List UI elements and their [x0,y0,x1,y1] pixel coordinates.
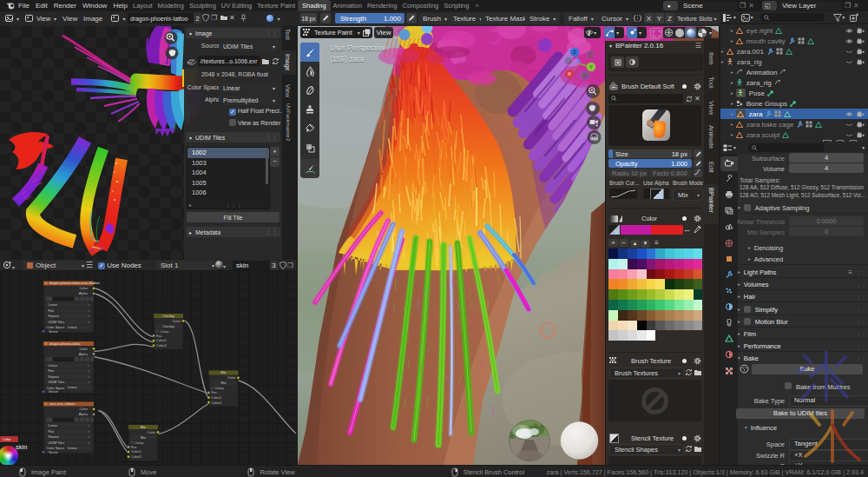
svg-text:Mix: Mix [221,371,227,374]
svg-text:Z: Z [573,50,576,55]
svg-text:dragon-phoenix-tattoo: dragon-phoenix-tattoo [49,342,80,346]
svg-text:Y: Y [589,64,593,70]
svg-text:Overlay: Overlay [162,315,174,318]
svg-text:Mix: Mix [141,426,146,429]
svg-text:Color: Color [3,437,11,441]
svg-text:dragon-phoenix-tattoo-scan-sha: dragon-phoenix-tattoo-scan-shadow [49,282,100,285]
svg-text:Overlay: Overlay [162,325,174,328]
svg-text:X: X [568,71,571,76]
svg-text:Mix: Mix [221,381,227,385]
svg-text:zara_scar_colours: zara_scar_colours [49,402,76,406]
svg-text:skin: skin [16,443,27,451]
svg-text:Mix: Mix [141,436,146,440]
